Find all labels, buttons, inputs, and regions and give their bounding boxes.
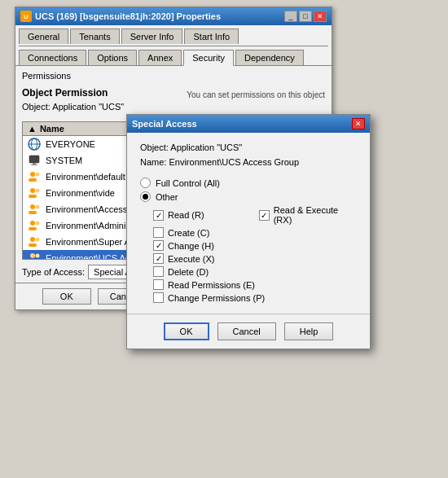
dialog-ok-button[interactable]: OK [164, 322, 209, 340]
execute-checkbox[interactable]: Execute (X) [153, 253, 357, 264]
execute-checkbox-input[interactable] [153, 253, 164, 264]
read-checkbox[interactable]: Read (R) [153, 205, 251, 225]
dialog-close-button[interactable]: ✕ [352, 118, 365, 129]
dialog-info: Object: Application "UCS" Name: Environm… [140, 141, 357, 169]
read-execute-checkbox-input[interactable] [259, 210, 270, 221]
dialog-body: Object: Application "UCS" Name: Environm… [127, 133, 370, 314]
create-checkbox-input[interactable] [153, 227, 164, 238]
other-radio[interactable]: Other [140, 191, 357, 202]
dialog-title-bar: Special Access ✕ [127, 115, 370, 133]
read-permissions-checkbox[interactable]: Read Permissions (E) [153, 279, 357, 290]
change-checkbox[interactable]: Change (H) [153, 240, 357, 251]
dialog-object-line: Object: Application "UCS" [140, 141, 357, 156]
other-label: Other [156, 192, 178, 202]
delete-checkbox[interactable]: Delete (D) [153, 266, 357, 277]
change-permissions-checkbox[interactable]: Change Permissions (P) [153, 292, 357, 303]
other-radio-input[interactable] [140, 191, 151, 202]
read-permissions-checkbox-input[interactable] [153, 279, 164, 290]
dialog-name-line: Name: Environment\UCS Access Group [140, 156, 357, 170]
dialog-cancel-button[interactable]: Cancel [217, 322, 276, 340]
create-checkbox[interactable]: Create (C) [153, 227, 357, 238]
full-control-label: Full Control (All) [156, 178, 220, 188]
full-control-radio[interactable]: Full Control (All) [140, 178, 357, 188]
dialog-help-button[interactable]: Help [284, 322, 334, 340]
dialog-overlay: Special Access ✕ Object: Application "UC… [0, 0, 448, 478]
change-permissions-checkbox-input[interactable] [153, 292, 164, 303]
dialog-title: Special Access [132, 119, 197, 129]
full-control-radio-input[interactable] [140, 178, 151, 188]
read-execute-checkbox[interactable]: Read & Execute (RX) [259, 205, 357, 225]
delete-checkbox-input[interactable] [153, 266, 164, 277]
read-checkbox-input[interactable] [153, 210, 164, 221]
dialog-bottom-bar: OK Cancel Help [127, 314, 370, 349]
change-checkbox-input[interactable] [153, 240, 164, 251]
checkbox-section: Read (R) Read & Execute (RX) Create (C) [153, 205, 357, 303]
special-access-dialog: Special Access ✕ Object: Application "UC… [126, 114, 371, 349]
